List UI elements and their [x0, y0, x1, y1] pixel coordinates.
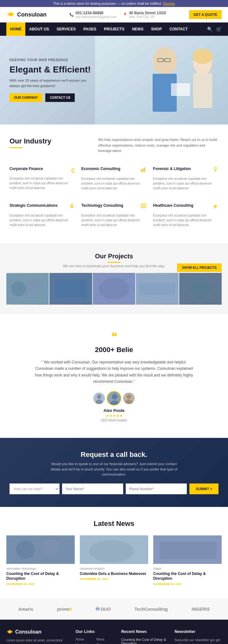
submit-button[interactable]: SUBMIT > [189, 483, 218, 494]
forensic-icon [212, 167, 218, 174]
phone-number-input[interactable] [126, 483, 187, 494]
item-text: Excepteur sint occaecat cupidatat non pr… [153, 213, 218, 227]
news-date-1: NOVEMBER 30, 2017 [6, 583, 75, 586]
our-company-button[interactable]: OUR COMPANY [10, 93, 42, 102]
nav-contact[interactable]: CONTACT [166, 22, 192, 36]
svg-rect-25 [142, 205, 145, 207]
header-phone: 📞 001-1234-88888 info.deercreative@gmail… [69, 11, 117, 19]
footer-about-desc: Lorem ipsum dolor sit amet, consectetur … [6, 638, 69, 644]
svg-point-53 [89, 540, 134, 562]
footer-news-link-1[interactable]: Counting the Cost of Delay & Disruption [121, 638, 168, 644]
footer-links-grid: Home News About Us Shop Services Contact… [75, 638, 115, 644]
hero-background [95, 36, 228, 124]
nav-shop[interactable]: SHOP [147, 22, 166, 36]
project-image-4[interactable] [136, 273, 178, 305]
nav-pages[interactable]: PAGES [79, 22, 100, 36]
news-category-1: Information Technology [6, 567, 75, 570]
cart-icon[interactable]: 🛒 [216, 27, 222, 32]
svg-rect-28 [213, 206, 217, 207]
corporate-finance-icon: ₵ [71, 167, 75, 174]
svg-rect-14 [144, 167, 145, 172]
svg-point-41 [97, 395, 101, 399]
header-address: 📍 40 Baria Street 133/2 New York City, U… [123, 11, 166, 19]
projects-images [6, 273, 222, 305]
address-city: New York City, US [129, 15, 166, 19]
project-image-2[interactable] [49, 273, 92, 305]
phone-icon: 📞 [69, 13, 74, 17]
svg-line-21 [70, 207, 71, 208]
contact-us-button[interactable]: CONTACT US [45, 93, 75, 102]
logo-icon [6, 11, 15, 18]
news-category-3: Digital [153, 567, 222, 570]
partners-section: Amaris prime8 ♾DUO TechConsulting INGERI… [0, 598, 228, 620]
footer-grid: Consuloan Lorem ipsum dolor sit amet, co… [6, 629, 222, 644]
testimonial-stars: ★★★★★ [10, 414, 218, 418]
footer-link-news[interactable]: News [96, 638, 115, 641]
svg-point-51 [43, 539, 59, 554]
news-card-title-1[interactable]: Counting the Cost of Delay & Disruption [6, 571, 75, 581]
callback-section: Request a call back. Would you like to s… [0, 438, 228, 507]
projects-divider [108, 262, 120, 263]
hero-buttons: OUR COMPANY CONTACT US [10, 93, 92, 102]
footer-logo: Consuloan [6, 629, 69, 635]
your-name-input[interactable] [62, 483, 123, 494]
nav-projects[interactable]: PROJECTS [100, 22, 128, 36]
avatar-3 [123, 393, 135, 404]
get-quote-button[interactable]: GET A QUOTE [189, 10, 222, 19]
footer-link-home[interactable]: Home [75, 638, 94, 641]
item-header: Economic Consulting [81, 167, 147, 174]
header-contact: 📞 001-1234-88888 info.deercreative@gmail… [69, 11, 166, 19]
news-image-1[interactable] [6, 535, 75, 564]
topbar-dismiss[interactable]: Dismiss [163, 2, 175, 5]
svg-point-44 [112, 394, 117, 400]
testimonial-section: ❝ 2000+ Belie " We worked with Consuloan… [0, 314, 228, 438]
search-icon[interactable]: 🔍 [207, 27, 212, 32]
svg-rect-15 [141, 169, 146, 170]
news-image-2[interactable] [80, 535, 148, 564]
news-image-3[interactable] [153, 535, 222, 564]
email-address: info.deercreative@gmail.com [75, 15, 117, 19]
projects-section: Our Projects We are here to Acelerate yo… [0, 243, 228, 314]
news-card-title-2[interactable]: Colombia Gets a Business Makeover [80, 571, 148, 577]
project-image-1[interactable] [6, 273, 49, 305]
industry-header: Our Industry We help organisations work … [10, 137, 218, 154]
footer-about-col: Consuloan Lorem ipsum dolor sit amet, co… [6, 629, 69, 644]
projects-header-wrapper: Our Projects We are here to Acelerate yo… [6, 253, 222, 268]
news-card-title-3[interactable]: Counting the Cost of Delay & Disruption [153, 571, 222, 581]
svg-rect-33 [56, 280, 86, 298]
news-card-2: Advanced Analytics Colombia Gets a Busin… [80, 535, 148, 586]
projects-title: Our Projects [6, 253, 222, 260]
nav-icons: 🔍 🛒 [207, 27, 222, 32]
svg-rect-13 [142, 168, 143, 172]
nav-news[interactable]: NEWS [128, 22, 147, 36]
header: Consuloan 📞 001-1234-88888 info.deercrea… [0, 7, 228, 22]
svg-rect-9 [193, 73, 212, 108]
footer-logo-icon [6, 629, 13, 635]
main-nav: HOME ABOUT US SERVICES PAGES PROJECTS NE… [0, 22, 228, 36]
news-date-3: NOVEMBER 30, 2017 [153, 583, 222, 586]
phone-number: 001-1234-88888 [75, 11, 117, 15]
item-title: Technology Consulting [81, 203, 123, 208]
show-all-projects-button[interactable]: SHOW ALL PROJECTS [177, 263, 222, 272]
nav-home[interactable]: HOME [6, 22, 25, 36]
item-title: Corporate Finance [10, 167, 43, 171]
project-image-3[interactable] [93, 273, 135, 305]
industry-grid: Corporate Finance ₵ Excepteur sint occae… [10, 163, 218, 230]
address-street: 40 Baria Street 133/2 [129, 11, 166, 15]
nav-services[interactable]: SERVICES [53, 22, 79, 36]
how-can-we-help-select[interactable]: How can we help? [10, 483, 60, 494]
news-grid: Information Technology Counting the Cost… [6, 535, 222, 586]
footer-links-col: Our Links Home News About Us Shop Servic… [75, 629, 115, 644]
industry-title-block: Our Industry [10, 137, 51, 148]
news-title: Latest News [6, 520, 222, 528]
footer-recent-news-1: Counting the Cost of Delay & Disruption … [121, 638, 168, 644]
partner-amaris: Amaris [18, 607, 33, 612]
nav-about[interactable]: ABOUT US [25, 22, 53, 36]
hero-content: KEEPING YOUR WEB PRESENCE Elegant & Effi… [0, 49, 101, 112]
topbar-message: This is a demo store for testing purpose… [53, 2, 162, 5]
industry-desc: We help organisations work smarter and g… [98, 137, 218, 154]
project-image-5[interactable] [179, 273, 222, 305]
industry-item-technology-consulting: Technology Consulting Excepteur sint occ… [81, 200, 147, 230]
svg-point-10 [193, 49, 213, 64]
technology-icon [140, 203, 147, 211]
